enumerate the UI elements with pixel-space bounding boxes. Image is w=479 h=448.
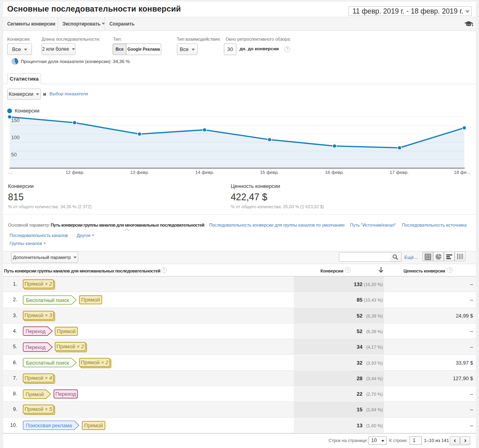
svg-text:150: 150 <box>11 118 20 123</box>
svg-text:50: 50 <box>11 152 17 158</box>
svg-text:Бесплатный поиск: Бесплатный поиск <box>26 298 69 303</box>
svg-text:Прямой: Прямой <box>26 392 44 397</box>
svg-text:Поисковая реклама: Поисковая реклама <box>26 423 72 428</box>
svg-text:Бесплатный поиск: Бесплатный поиск <box>26 360 69 366</box>
svg-text:100: 100 <box>11 135 20 140</box>
svg-text:Переход: Переход <box>26 329 46 334</box>
svg-text:Переход: Переход <box>26 345 46 350</box>
